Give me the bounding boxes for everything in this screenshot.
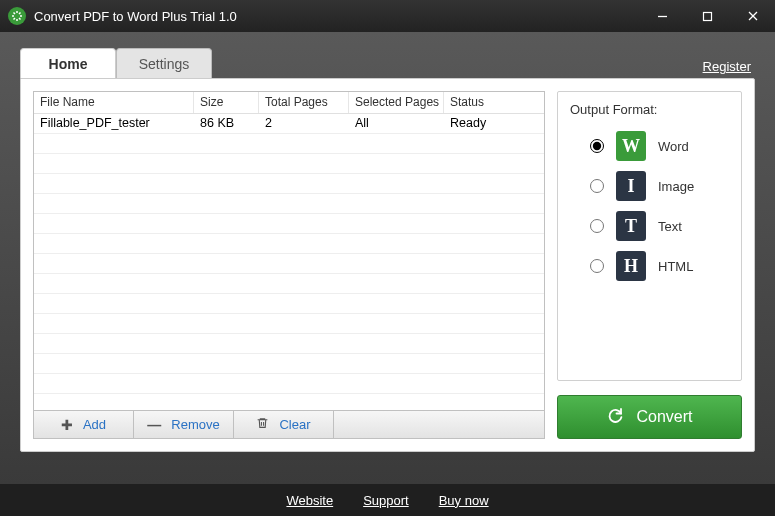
tabs-row: Home Settings Register (20, 48, 755, 78)
tab-home[interactable]: Home (20, 48, 116, 78)
footer-buy-link[interactable]: Buy now (439, 493, 489, 508)
table-header: File Name Size Total Pages Selected Page… (34, 92, 544, 114)
table-empty-row (34, 194, 544, 214)
table-empty-row (34, 174, 544, 194)
register-link[interactable]: Register (703, 59, 751, 74)
footer: Website Support Buy now (0, 484, 775, 516)
th-file-name[interactable]: File Name (34, 92, 194, 113)
th-selected-pages[interactable]: Selected Pages (349, 92, 444, 113)
footer-support-link[interactable]: Support (363, 493, 409, 508)
table-empty-row (34, 214, 544, 234)
output-format-box: Output Format: W Word I Image T Text (557, 91, 742, 381)
titlebar: Convert PDF to Word Plus Trial 1.0 (0, 0, 775, 32)
close-button[interactable] (730, 0, 775, 32)
tab-settings[interactable]: Settings (116, 48, 212, 78)
cell-size: 86 KB (194, 114, 259, 133)
image-icon: I (616, 171, 646, 201)
plus-icon: ✚ (61, 417, 73, 433)
minus-icon: — (147, 417, 161, 433)
cell-selected-pages: All (349, 114, 444, 133)
right-column: Output Format: W Word I Image T Text (557, 91, 742, 439)
table-toolbar: ✚ Add — Remove Clear (33, 411, 545, 439)
format-radio-word[interactable] (590, 139, 604, 153)
main-panel: File Name Size Total Pages Selected Page… (20, 78, 755, 452)
text-icon: T (616, 211, 646, 241)
format-label-html: HTML (658, 259, 693, 274)
clear-button[interactable]: Clear (234, 411, 334, 438)
table-empty-row (34, 374, 544, 394)
th-status[interactable]: Status (444, 92, 544, 113)
table-area: File Name Size Total Pages Selected Page… (33, 91, 545, 439)
format-radio-text[interactable] (590, 219, 604, 233)
format-option-image[interactable]: I Image (590, 171, 729, 201)
table-empty-row (34, 294, 544, 314)
format-option-word[interactable]: W Word (590, 131, 729, 161)
format-option-html[interactable]: H HTML (590, 251, 729, 281)
format-label-image: Image (658, 179, 694, 194)
format-label-word: Word (658, 139, 689, 154)
table-empty-row (34, 334, 544, 354)
remove-button[interactable]: — Remove (134, 411, 234, 438)
format-option-text[interactable]: T Text (590, 211, 729, 241)
format-radio-html[interactable] (590, 259, 604, 273)
tab-settings-label: Settings (139, 56, 190, 72)
tab-home-label: Home (49, 56, 88, 72)
maximize-button[interactable] (685, 0, 730, 32)
output-format-title: Output Format: (570, 102, 729, 117)
file-table: File Name Size Total Pages Selected Page… (33, 91, 545, 411)
table-row[interactable]: Fillable_PDF_tester 86 KB 2 All Ready (34, 114, 544, 134)
convert-label: Convert (636, 408, 692, 426)
table-empty-row (34, 354, 544, 374)
minimize-button[interactable] (640, 0, 685, 32)
table-empty-row (34, 154, 544, 174)
th-total-pages[interactable]: Total Pages (259, 92, 349, 113)
add-label: Add (83, 417, 106, 432)
trash-icon (256, 416, 269, 433)
format-radio-image[interactable] (590, 179, 604, 193)
word-icon: W (616, 131, 646, 161)
app-logo-icon (8, 7, 26, 25)
convert-icon (606, 406, 624, 428)
convert-button[interactable]: Convert (557, 395, 742, 439)
add-button[interactable]: ✚ Add (34, 411, 134, 438)
table-empty-row (34, 254, 544, 274)
clear-label: Clear (279, 417, 310, 432)
window-body: Home Settings Register File Name Size To… (0, 32, 775, 484)
table-empty-row (34, 234, 544, 254)
cell-total-pages: 2 (259, 114, 349, 133)
remove-label: Remove (171, 417, 219, 432)
cell-status: Ready (444, 114, 544, 133)
table-empty-row (34, 314, 544, 334)
window-title: Convert PDF to Word Plus Trial 1.0 (34, 9, 237, 24)
table-empty-row (34, 274, 544, 294)
table-empty-row (34, 134, 544, 154)
footer-website-link[interactable]: Website (286, 493, 333, 508)
html-icon: H (616, 251, 646, 281)
svg-rect-1 (704, 12, 712, 20)
toolbar-spacer (334, 411, 544, 438)
format-label-text: Text (658, 219, 682, 234)
cell-file-name: Fillable_PDF_tester (34, 114, 194, 133)
th-size[interactable]: Size (194, 92, 259, 113)
